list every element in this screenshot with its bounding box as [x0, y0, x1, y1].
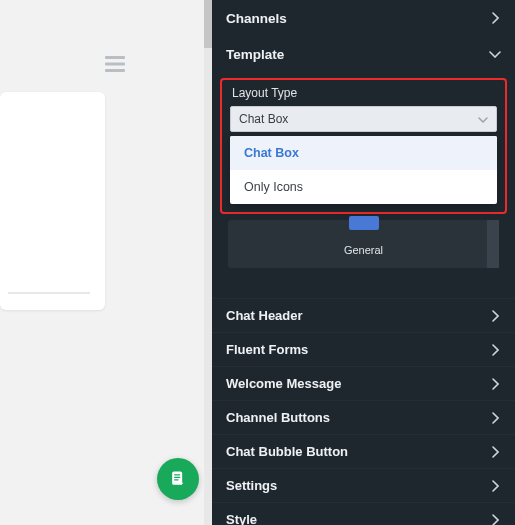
layout-type-label: Layout Type [232, 86, 497, 100]
select-value: Chat Box [239, 112, 288, 126]
chevron-right-icon [489, 480, 501, 492]
chevron-right-icon [489, 514, 501, 526]
highlight-box: Layout Type Chat Box Chat Box Only Icons [220, 78, 507, 214]
chevron-down-icon [478, 112, 488, 126]
section-label: Style [226, 512, 257, 525]
section-label: Welcome Message [226, 376, 341, 391]
section-chat-header[interactable]: Chat Header [212, 298, 515, 332]
section-label: Channel Buttons [226, 410, 330, 425]
chevron-right-icon [489, 310, 501, 322]
section-style[interactable]: Style [212, 502, 515, 525]
left-scrollbar[interactable] [204, 0, 212, 525]
section-template[interactable]: Template [212, 36, 515, 72]
option-only-icons[interactable]: Only Icons [230, 170, 497, 204]
section-settings[interactable]: Settings [212, 468, 515, 502]
hamburger-icon[interactable] [105, 52, 125, 78]
select-box[interactable]: Chat Box [230, 106, 497, 132]
template-body: Layout Type Chat Box Chat Box Only Icons [212, 72, 515, 280]
section-label: Channels [226, 11, 287, 26]
chevron-down-icon [489, 48, 501, 60]
svg-rect-2 [105, 69, 125, 72]
chevron-right-icon [489, 446, 501, 458]
scrollbar-thumb[interactable] [204, 0, 212, 48]
layout-type-dropdown: Chat Box Only Icons [230, 136, 497, 204]
section-chat-bubble-button[interactable]: Chat Bubble Button [212, 434, 515, 468]
section-fluent-forms[interactable]: Fluent Forms [212, 332, 515, 366]
chevron-right-icon [489, 412, 501, 424]
section-channels[interactable]: Channels [212, 0, 515, 36]
template-name: General [236, 244, 491, 256]
template-preview-box: General [228, 220, 499, 268]
settings-panel: Channels Template Layout Type Chat Box [212, 0, 515, 525]
section-label: Template [226, 47, 284, 62]
chevron-right-icon [489, 378, 501, 390]
preview-pane [0, 0, 212, 525]
svg-rect-1 [105, 63, 125, 66]
section-label: Settings [226, 478, 277, 493]
note-icon [168, 469, 188, 489]
option-chat-box[interactable]: Chat Box [230, 136, 497, 170]
sections-list: Chat Header Fluent Forms Welcome Message… [212, 298, 515, 525]
chat-fab-button[interactable] [157, 458, 199, 500]
section-channel-buttons[interactable]: Channel Buttons [212, 400, 515, 434]
section-welcome-message[interactable]: Welcome Message [212, 366, 515, 400]
chevron-right-icon [489, 12, 501, 24]
layout-type-select[interactable]: Chat Box Chat Box Only Icons [230, 106, 497, 132]
resize-handle[interactable] [487, 220, 499, 268]
template-thumb [349, 216, 379, 230]
section-label: Chat Bubble Button [226, 444, 348, 459]
svg-rect-0 [105, 56, 125, 59]
preview-line [8, 292, 90, 294]
chevron-right-icon [489, 344, 501, 356]
section-label: Fluent Forms [226, 342, 308, 357]
section-label: Chat Header [226, 308, 303, 323]
preview-card [0, 92, 105, 310]
